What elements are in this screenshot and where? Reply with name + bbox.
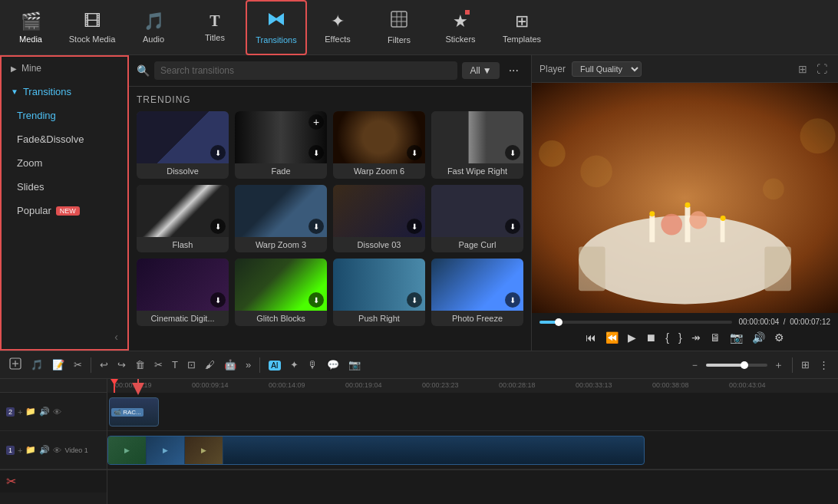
timeline-audio-button[interactable]: 🎵 — [28, 357, 46, 372]
transition-warp-zoom-6[interactable]: ⬇ Warp Zoom 6 — [333, 111, 425, 179]
sidebar-item-zoom[interactable]: Zoom — [2, 151, 127, 175]
transition-dissolve-03[interactable]: ⬇ Dissolve 03 — [333, 185, 425, 252]
audio-sync-button[interactable]: 🎙 — [305, 357, 321, 372]
toolbar-stock-media[interactable]: 🎞 Stock Media — [61, 0, 123, 55]
quality-select[interactable]: Full Quality Half Quality — [572, 61, 642, 77]
filter-dropdown[interactable]: All ▼ — [462, 62, 499, 79]
delete-button[interactable]: 🗑 — [132, 357, 148, 372]
svg-point-15 — [721, 216, 726, 221]
step-back-button[interactable]: ⏪ — [602, 329, 622, 346]
play-button[interactable]: ▶ — [624, 329, 640, 346]
zoom-out-button[interactable]: － — [687, 357, 703, 374]
track2-add-icon[interactable]: + — [18, 407, 22, 417]
track2-speaker-icon[interactable]: 🔊 — [39, 407, 50, 417]
progress-bar[interactable] — [539, 321, 732, 324]
track2-number-icon[interactable]: 2 — [6, 407, 15, 417]
more-options-button[interactable]: ··· — [504, 62, 523, 79]
zoom-slider[interactable] — [706, 364, 767, 367]
svg-point-21 — [800, 118, 836, 153]
redo-button[interactable]: ↪ — [114, 357, 129, 372]
timeline-text-button[interactable]: 📝 — [49, 357, 68, 372]
current-time: 00:00:00:04 / 00:00:07:12 — [738, 318, 830, 326]
track1-number-icon[interactable]: 1 — [6, 446, 15, 455]
cinematic-download-icon: ⬇ — [210, 292, 226, 308]
more-tl-button[interactable]: » — [242, 357, 254, 372]
timeline-scissors-button[interactable]: ✂ — [71, 357, 85, 372]
undo-button[interactable]: ↩ — [97, 357, 111, 372]
zoom-handle[interactable] — [741, 361, 748, 369]
track1-eye-icon[interactable]: 👁 — [53, 446, 61, 455]
go-start-button[interactable]: ⏮ — [582, 329, 600, 346]
sidebar-item-slides[interactable]: Slides — [2, 175, 127, 199]
camera-button[interactable]: 📷 — [345, 357, 364, 372]
grid-view-button[interactable]: ⊞ — [795, 61, 810, 77]
transition-flash[interactable]: ⬇ Flash — [137, 185, 229, 252]
mark-out-button[interactable]: } — [675, 329, 686, 346]
dissolve03-download-icon: ⬇ — [407, 219, 422, 234]
transition-fast-wipe-right[interactable]: ⬇ Fast Wipe Right — [431, 111, 523, 179]
glitch-download-icon: ⬇ — [308, 292, 324, 308]
recording-clip[interactable]: 📹 RAC... — [109, 397, 159, 427]
paint-button[interactable]: 🖌 — [202, 357, 218, 372]
zoom-slider-fill — [706, 364, 743, 367]
transition-photo-freeze[interactable]: ⬇ Photo Freeze — [431, 259, 523, 326]
effect-button[interactable]: ✦ — [287, 357, 302, 372]
top-toolbar: 🎬 Media 🎞 Stock Media 🎵 Audio T Titles T… — [0, 0, 838, 55]
mark-in-button[interactable]: { — [661, 329, 673, 346]
sidebar-transitions-header[interactable]: ▼ Transitions — [2, 80, 127, 104]
track1-folder-icon[interactable]: 📁 — [25, 445, 36, 455]
settings-button[interactable]: ⚙ — [770, 329, 788, 346]
toolbar-effects[interactable]: ✦ Effects — [307, 0, 368, 55]
toolbar-templates[interactable]: ⊞ Templates — [491, 0, 553, 55]
timeline-add-video-button[interactable] — [6, 356, 25, 374]
monitor-button[interactable]: 🖥 — [706, 329, 724, 346]
search-input[interactable] — [154, 61, 457, 80]
transition-dissolve[interactable]: ⬇ Dissolve — [137, 111, 229, 179]
track1-add-icon[interactable]: + — [18, 446, 22, 455]
transition-fade[interactable]: + ⬇ Fade — [235, 111, 327, 179]
video-clip-row1[interactable]: ▶ ▶ ▶ — [107, 436, 645, 465]
track-label-video2: 2 + 📁 🔊 👁 — [0, 393, 107, 431]
toolbar-titles[interactable]: T Titles — [184, 0, 246, 55]
audio-button[interactable]: 🔊 — [748, 329, 769, 346]
sidebar-collapse-button[interactable]: ‹ — [2, 324, 127, 349]
pagecurl-label: Page Curl — [431, 237, 523, 252]
track2-folder-icon[interactable]: 📁 — [25, 407, 36, 417]
sidebar-item-popular[interactable]: Popular NEW — [2, 199, 127, 222]
sidebar-mine-header[interactable]: ▶ Mine — [2, 57, 127, 80]
transition-warp-zoom-3[interactable]: ⬇ Warp Zoom 3 — [235, 185, 327, 252]
transition-push-right[interactable]: ⬇ Push Right — [333, 259, 425, 326]
toolbar-transitions[interactable]: Transitions — [246, 0, 307, 55]
layout-button[interactable]: ⋮ — [816, 357, 832, 372]
transition-page-curl[interactable]: ⬇ Page Curl — [431, 185, 523, 252]
playhead-head — [111, 379, 118, 385]
transition-cinematic[interactable]: ⬇ Cinematic Digit... — [137, 259, 229, 326]
tracks-rows: 📹 RAC... — [107, 393, 838, 492]
cut-button[interactable]: ✂ — [151, 357, 166, 372]
transition-glitch-blocks[interactable]: ⬇ Glitch Blocks — [235, 259, 327, 326]
track2-eye-icon[interactable]: 👁 — [53, 407, 61, 417]
toolbar-stickers[interactable]: ★ Stickers — [430, 0, 491, 55]
auto-cut-button[interactable]: AI — [266, 357, 283, 372]
toolbar-filters[interactable]: Filters — [368, 0, 430, 55]
sidebar-item-fade-dissolve[interactable]: Fade&Dissolve — [2, 127, 127, 151]
crop-button[interactable]: ⊡ — [184, 357, 199, 372]
progress-handle[interactable] — [555, 318, 563, 326]
toolbar-audio[interactable]: 🎵 Audio — [123, 0, 184, 55]
track1-speaker-icon[interactable]: 🔊 — [39, 445, 50, 455]
stop-button[interactable]: ⏹ — [642, 329, 660, 346]
cinematic-thumb: ⬇ — [137, 259, 229, 311]
view-toggle-button[interactable]: ⊞ — [798, 357, 813, 372]
search-icon: 🔍 — [137, 64, 150, 77]
player-header: Player Full Quality Half Quality ⊞ ⛶ — [532, 55, 838, 83]
fullscreen-button[interactable]: ⛶ — [813, 61, 830, 77]
sidebar-item-trending[interactable]: Trending — [2, 104, 127, 127]
insert-button[interactable]: ↠ — [688, 329, 704, 346]
text-overlay-button[interactable]: T — [169, 357, 181, 372]
subtitle-button[interactable]: 💬 — [324, 357, 342, 372]
ai-button[interactable]: 🤖 — [221, 357, 239, 372]
svg-rect-12 — [685, 207, 691, 242]
toolbar-media[interactable]: 🎬 Media — [0, 0, 61, 55]
zoom-in-button[interactable]: ＋ — [770, 357, 787, 374]
screenshot-button[interactable]: 📷 — [726, 329, 747, 346]
